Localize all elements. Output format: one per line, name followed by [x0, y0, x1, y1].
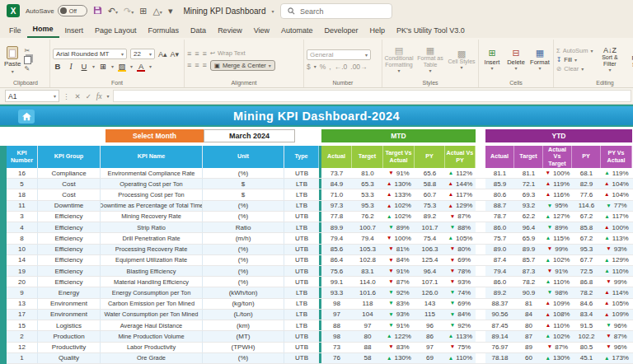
cell-ytd-actual[interactable]: 89.0: [485, 245, 514, 254]
cell-mtd-target[interactable]: 101.6: [352, 287, 383, 297]
cell-mtd-target[interactable]: 65.3: [352, 179, 383, 189]
cell-ytd-actual[interactable]: 87.45: [485, 320, 514, 330]
cell-ytd-target[interactable]: 89.9: [514, 245, 543, 254]
font-name-select[interactable]: Arial Rounded MT▾: [53, 49, 127, 59]
cell-mtd-actual-vs-py[interactable]: ▲117%: [445, 189, 476, 199]
cell-ytd-py-vs-actual[interactable]: ▲119%: [601, 168, 632, 178]
cell-mtd-target[interactable]: 53.3: [352, 189, 383, 199]
decrease-font-icon[interactable]: A▾: [171, 50, 180, 58]
cell-unit[interactable]: (%): [203, 255, 284, 265]
cell-unit[interactable]: $: [203, 179, 284, 189]
format-painter-icon[interactable]: ✎: [24, 66, 31, 72]
cell-ytd-py-vs-actual[interactable]: ▲114%: [601, 287, 632, 297]
cell-mtd-py[interactable]: 97: [415, 343, 445, 352]
formula-input[interactable]: [113, 90, 631, 102]
cell-ytd-py-vs-actual[interactable]: ▲105%: [601, 299, 632, 309]
cell-mtd-actual[interactable]: 73: [321, 343, 352, 352]
name-box[interactable]: A1▾: [5, 90, 59, 102]
cell-kpi-number[interactable]: 10: [7, 245, 38, 254]
cell-mtd-target[interactable]: 97: [352, 320, 383, 330]
cell-kpi-number[interactable]: 12: [7, 343, 38, 352]
cell-kpi-group[interactable]: Efficiency: [38, 222, 101, 232]
font-color-button[interactable]: A: [136, 62, 146, 71]
cell-mtd-actual-vs-py[interactable]: ▼69%: [445, 299, 476, 309]
cell-mtd-target[interactable]: 58: [352, 353, 383, 363]
cancel-icon[interactable]: ✕: [75, 92, 81, 100]
cell-type[interactable]: LTB: [284, 287, 319, 297]
cell-type[interactable]: UTB: [284, 233, 319, 243]
cell-kpi-group[interactable]: Energy: [38, 287, 101, 297]
cell-ytd-py-vs-actual[interactable]: ▼96%: [601, 320, 632, 330]
cell-unit[interactable]: Ratio: [203, 222, 284, 232]
column-header[interactable]: Target Vs Actual: [383, 146, 415, 168]
cell-ytd-actual-vs-target[interactable]: ▲127%: [543, 212, 572, 222]
cell-mtd-target[interactable]: 88: [352, 343, 383, 352]
cell-mtd-target-vs-actual[interactable]: ▼87%: [383, 277, 415, 287]
cell-kpi-name[interactable]: Processing Cost per Ton: [101, 189, 203, 199]
cell-mtd-actual-vs-py[interactable]: ▲112%: [445, 168, 476, 178]
column-header[interactable]: KPI Group: [38, 146, 101, 168]
cell-type[interactable]: UTB: [284, 353, 319, 363]
fill-color-button[interactable]: ▨: [117, 62, 127, 71]
cell-ytd-actual[interactable]: 87.4: [485, 255, 514, 265]
cell-kpi-number[interactable]: 9: [7, 287, 38, 297]
cell-ytd-actual-vs-target[interactable]: ▼98%: [543, 287, 572, 297]
cell-mtd-actual[interactable]: 84.9: [321, 179, 352, 189]
cell-mtd-target-vs-actual[interactable]: ▼91%: [383, 168, 415, 178]
cell-ytd-actual[interactable]: 78.18: [485, 353, 514, 363]
column-header[interactable]: PY Vs Actual: [601, 146, 632, 168]
cell-unit[interactable]: (L/ton): [203, 310, 284, 320]
cell-mtd-py[interactable]: 86: [415, 331, 445, 341]
cell-ytd-py[interactable]: 67.2: [572, 233, 601, 243]
cell-ytd-actual-vs-target[interactable]: ▼91%: [543, 266, 572, 276]
customize-toolbar-icon[interactable]: ▾: [168, 7, 173, 16]
number-format-select[interactable]: General▾: [307, 49, 371, 60]
align-top-icon[interactable]: ≡: [187, 49, 191, 58]
cell-ytd-actual-vs-target[interactable]: ▲108%: [543, 310, 572, 320]
cell-ytd-py-vs-actual[interactable]: ▲117%: [601, 212, 632, 222]
comma-style-icon[interactable]: ,: [329, 63, 331, 71]
cell-unit[interactable]: (%): [203, 201, 284, 211]
column-header[interactable]: Type: [284, 146, 319, 168]
cell-kpi-number[interactable]: 5: [7, 179, 38, 189]
cell-ytd-py-vs-actual[interactable]: ▼87%: [601, 331, 632, 341]
find-select-button[interactable]: Find & Select▾: [626, 45, 633, 73]
cell-mtd-py[interactable]: 75.4: [415, 233, 445, 243]
cell-kpi-group[interactable]: Environment: [38, 310, 101, 320]
cell-kpi-group[interactable]: Productivity: [38, 343, 101, 352]
cell-ytd-target[interactable]: 60: [514, 353, 543, 363]
cell-ytd-py-vs-actual[interactable]: ▼77%: [601, 201, 632, 211]
cell-kpi-group[interactable]: Cost: [38, 179, 101, 189]
cell-ytd-py[interactable]: 102.2: [572, 331, 601, 341]
redo-button[interactable]: ↷▾: [124, 7, 134, 16]
autosave-toggle[interactable]: Off: [58, 5, 87, 16]
cell-ytd-py-vs-actual[interactable]: ▼96%: [601, 343, 632, 352]
menu-tab-data[interactable]: Data: [185, 24, 212, 38]
insert-function-icon[interactable]: fx: [96, 92, 102, 100]
currency-icon[interactable]: $: [307, 63, 311, 71]
cell-ytd-target[interactable]: 65.9: [514, 233, 543, 243]
cell-mtd-target[interactable]: 100.7: [352, 222, 383, 232]
cell-kpi-number[interactable]: 8: [7, 233, 38, 243]
cell-ytd-actual-vs-target[interactable]: ▲109%: [543, 299, 572, 309]
cell-mtd-py[interactable]: 69: [415, 353, 445, 363]
cell-unit[interactable]: (km): [203, 320, 284, 330]
cell-ytd-actual[interactable]: 88.7: [485, 201, 514, 211]
column-header[interactable]: Target: [352, 146, 383, 168]
delete-cells-button[interactable]: ⊟ Delete▾: [506, 48, 527, 72]
selected-month-cell[interactable]: March 2024: [204, 129, 295, 142]
insert-cells-button[interactable]: ⊞ Insert▾: [482, 48, 503, 72]
cell-kpi-group[interactable]: Efficiency: [38, 212, 101, 222]
column-header[interactable]: KPI Number: [7, 146, 38, 168]
cell-ytd-actual[interactable]: 76.97: [485, 343, 514, 352]
cell-type[interactable]: LTB: [284, 201, 319, 211]
column-header[interactable]: KPI Name: [101, 146, 203, 168]
cell-ytd-target[interactable]: 93.2: [514, 201, 543, 211]
menu-tab-home[interactable]: Home: [27, 22, 59, 38]
cell-kpi-name[interactable]: Mining Recovery Rate: [101, 212, 203, 222]
cell-mtd-py[interactable]: 75.3: [415, 201, 445, 211]
menu-tab-automate[interactable]: Automate: [275, 24, 319, 38]
cell-mtd-target-vs-actual[interactable]: ▼91%: [383, 320, 415, 330]
cell-mtd-target-vs-actual[interactable]: ▼84%: [383, 255, 415, 265]
cell-ytd-target[interactable]: 84: [514, 310, 543, 320]
